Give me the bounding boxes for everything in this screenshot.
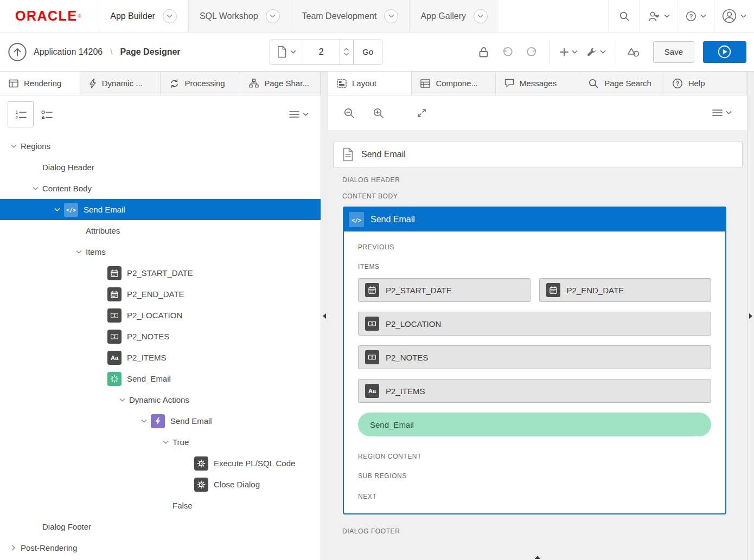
help-menu-button[interactable]: ? — [678, 0, 714, 32]
zoom-out-button[interactable] — [339, 102, 359, 124]
nav-tab-sql-workshop[interactable]: SQL Workshop — [188, 0, 291, 32]
tree-node-send-email[interactable]: Send Email — [0, 410, 321, 432]
account-menu-button[interactable] — [714, 0, 754, 32]
tree-node-true[interactable]: True — [0, 432, 321, 453]
region-title: Send Email — [370, 215, 415, 224]
page-number-input[interactable] — [303, 40, 339, 64]
pane-splitter[interactable] — [321, 72, 328, 560]
layout-item-send-email[interactable]: Send_Email — [358, 413, 711, 436]
application-label[interactable]: Application 14206 — [34, 47, 103, 57]
svg-text:2: 2 — [15, 114, 18, 120]
tree-node-close-dialog[interactable]: Close Dialog — [0, 474, 321, 495]
tree-view-type-button[interactable] — [34, 101, 60, 127]
nav-tab-team-development[interactable]: Team Development — [291, 0, 410, 32]
page-number-stepper[interactable] — [339, 40, 353, 64]
undo-button[interactable] — [496, 40, 520, 64]
go-to-application-icon[interactable] — [8, 42, 27, 62]
sub-regions-label[interactable]: SUB REGIONS — [358, 472, 711, 480]
chevron-down-icon[interactable] — [474, 9, 488, 23]
chevron-down-icon[interactable] — [384, 9, 398, 23]
search-button[interactable] — [608, 0, 640, 32]
tab-rendering[interactable]: Rendering — [0, 72, 80, 95]
save-button[interactable]: Save — [653, 41, 694, 63]
tab-help[interactable]: ? Help — [663, 72, 747, 95]
tab-page-search[interactable]: Page Search — [579, 72, 663, 95]
tree-node-dialog-header[interactable]: Dialog Header — [0, 157, 321, 178]
dialog-header-label[interactable]: DIALOG HEADER — [342, 176, 747, 184]
chevron-down-icon[interactable] — [163, 9, 177, 23]
utilities-menu-button[interactable] — [582, 40, 610, 64]
tree-node-false[interactable]: False — [0, 495, 321, 516]
collapse-right-icon[interactable] — [749, 313, 752, 319]
tree-node-dynamic-actions[interactable]: Dynamic Actions — [0, 389, 321, 410]
content-body-label[interactable]: CONTENT BODY — [342, 192, 747, 200]
dialog-footer-label[interactable]: DIALOG FOOTER — [342, 527, 747, 535]
collapse-left-icon[interactable] — [323, 313, 326, 319]
tree-node-send-email[interactable]: Send_Email — [0, 368, 321, 389]
chevron-down-icon[interactable] — [137, 419, 151, 423]
tree-node-post-rendering[interactable]: Post-Rendering — [0, 537, 321, 558]
tree-node-dialog-footer[interactable]: Dialog Footer — [0, 516, 321, 537]
tree-node-p2-notes[interactable]: P2_NOTES — [0, 326, 321, 347]
tree-node-p2-items[interactable]: AaP2_ITEMS — [0, 347, 321, 368]
send-email-region[interactable]: </> Send Email PREVIOUS ITEMS P2_START_D… — [343, 207, 726, 514]
tab-dynamic-actions[interactable]: Dynamic ... — [80, 72, 161, 95]
nav-tab-app-gallery[interactable]: App Gallery — [409, 0, 499, 32]
tree-node-content-body[interactable]: Content Body — [0, 178, 321, 199]
page-picker-button[interactable] — [270, 40, 303, 64]
nav-tab-app-builder[interactable]: App Builder — [99, 0, 188, 32]
tree-menu-button[interactable] — [285, 106, 313, 123]
expand-button[interactable] — [412, 102, 431, 124]
chevron-down-icon — [740, 14, 746, 18]
bolt-icon — [89, 79, 97, 88]
tree-node-items[interactable]: Items — [0, 241, 321, 262]
items-label[interactable]: ITEMS — [358, 263, 711, 271]
tab-layout[interactable]: Layout — [328, 72, 412, 95]
layout-item-p2-items[interactable]: AaP2_ITEMS — [358, 379, 711, 403]
lock-page-button[interactable] — [472, 40, 496, 64]
tab-page-shared-components[interactable]: Page Shar... — [240, 72, 321, 95]
tree-view-order-button[interactable]: 12 — [8, 101, 34, 127]
chevron-down-icon[interactable] — [266, 9, 280, 23]
chevron-down-icon[interactable] — [7, 144, 21, 149]
layout-item-p2-start-date[interactable]: P2_START_DATE — [358, 278, 531, 302]
layout-menu-button[interactable] — [708, 105, 736, 121]
next-label[interactable]: NEXT — [358, 493, 711, 500]
region-header[interactable]: </> Send Email — [344, 208, 725, 231]
tree-node-p2-start-date[interactable]: P2_START_DATE — [0, 262, 321, 284]
chevron-down-icon[interactable] — [158, 440, 172, 445]
previous-label[interactable]: PREVIOUS — [358, 243, 711, 251]
right-rail[interactable] — [747, 72, 754, 560]
tree-node-p2-end-date[interactable]: P2_END_DATE — [0, 284, 321, 305]
tree-node-send-email[interactable]: </>Send Email — [0, 199, 321, 220]
stepper-up-icon[interactable] — [344, 48, 349, 51]
page-title-box[interactable]: Send Email — [333, 141, 743, 168]
tab-messages[interactable]: Messages — [496, 72, 579, 95]
collapse-bottom-icon[interactable] — [535, 556, 540, 559]
tab-processing[interactable]: Processing — [161, 72, 241, 95]
zoom-in-button[interactable] — [368, 102, 388, 124]
run-page-button[interactable] — [703, 41, 746, 63]
layout-item-p2-location[interactable]: P2_LOCATION — [358, 312, 711, 336]
feedback-menu-button[interactable] — [640, 0, 678, 32]
go-button[interactable]: Go — [353, 40, 382, 64]
tree-node-execute-pl-sql-code[interactable]: Execute PL/SQL Code — [0, 453, 321, 474]
shared-components-button[interactable] — [622, 40, 646, 64]
layout-item-p2-notes[interactable]: P2_NOTES — [358, 345, 711, 369]
create-menu-button[interactable] — [555, 40, 582, 64]
stepper-down-icon[interactable] — [344, 53, 349, 56]
chevron-down-icon[interactable] — [72, 250, 86, 254]
tab-component-view[interactable]: Compone... — [412, 72, 495, 95]
tree-node-regions[interactable]: Regions — [0, 136, 321, 157]
chevron-down-icon[interactable] — [115, 398, 129, 402]
layout-item-p2-end-date[interactable]: P2_END_DATE — [539, 278, 712, 302]
right-pane-inner: Layout Compone... Messages Page Search — [328, 72, 747, 560]
tree-node-attributes[interactable]: Attributes — [0, 220, 321, 241]
redo-button[interactable] — [520, 40, 544, 64]
right-pane: Layout Compone... Messages Page Search — [328, 72, 754, 560]
tree-node-p2-location[interactable]: P2_LOCATION — [0, 305, 321, 326]
chevron-right-icon[interactable] — [7, 545, 21, 551]
region-content-label[interactable]: REGION CONTENT — [358, 453, 711, 460]
chevron-down-icon[interactable] — [50, 208, 64, 212]
chevron-down-icon[interactable] — [28, 186, 42, 191]
